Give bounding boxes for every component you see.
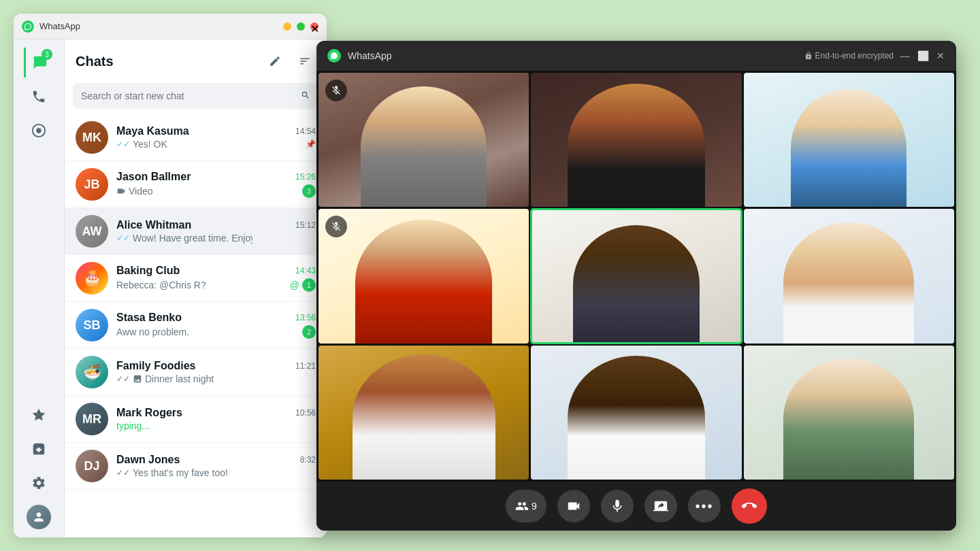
sidebar-item-chats[interactable]: 3 bbox=[24, 48, 54, 78]
search-input[interactable] bbox=[81, 90, 301, 101]
screen-share-button[interactable] bbox=[644, 490, 677, 522]
chat-info-jason: Jason Ballmer 15:26 Video 3 bbox=[116, 171, 316, 198]
chat-item-alice[interactable]: AW Alice Whitman 15:12 ✓✓ Wow! Have grea… bbox=[65, 208, 327, 255]
chat-info-alice: Alice Whitman 15:12 ✓✓ Wow! Have great t… bbox=[116, 219, 316, 244]
chat-preview-mark: typing... bbox=[116, 420, 150, 431]
chats-title: Chats bbox=[76, 54, 114, 69]
chat-info-mark: Mark Rogers 10:56 typing... bbox=[116, 407, 316, 431]
chat-list: MK Maya Kasuma 14:54 ✓✓ Yes! OK 📌 bbox=[65, 114, 327, 537]
call-maximize-btn[interactable]: ⬜ bbox=[918, 51, 928, 61]
app-body: 3 bbox=[14, 39, 327, 537]
chat-info-stasa: Stasa Benko 13:56 Aww no problem. 2 bbox=[116, 312, 316, 339]
sidebar-item-starred[interactable] bbox=[24, 400, 54, 430]
video-cell-6 bbox=[744, 209, 954, 343]
chat-name-maya: Maya Kasuma bbox=[116, 125, 189, 137]
chats-badge: 3 bbox=[42, 49, 52, 60]
call-app-logo bbox=[327, 49, 341, 63]
chat-item-dawn[interactable]: DJ Dawn Jones 8:32 ✓✓ Yes that's my fave… bbox=[65, 443, 327, 490]
chat-info-dawn: Dawn Jones 8:32 ✓✓ Yes that's my fave to… bbox=[116, 454, 316, 478]
avatar-stasa: SB bbox=[76, 309, 108, 341]
video-toggle-button[interactable] bbox=[557, 490, 590, 522]
chat-info-baking: Baking Club 14:43 Rebecca: @Chris R? @ 1 bbox=[116, 265, 316, 292]
call-app-title: WhatsApp bbox=[348, 50, 798, 61]
microphone-button[interactable] bbox=[601, 490, 634, 522]
chat-preview-dawn: ✓✓ Yes that's my fave too! bbox=[116, 467, 228, 478]
chat-preview-baking: Rebecca: @Chris R? bbox=[116, 280, 206, 290]
avatar-jason: JB bbox=[76, 168, 108, 201]
pin-icon-maya: 📌 bbox=[306, 139, 316, 149]
chat-name-jason: Jason Ballmer bbox=[116, 171, 191, 183]
chat-time-stasa: 13:56 bbox=[295, 313, 316, 322]
sidebar: 3 bbox=[14, 39, 65, 537]
chat-time-family: 11:21 bbox=[295, 361, 316, 371]
unread-badge-stasa: 2 bbox=[302, 325, 316, 339]
sidebar-item-calls[interactable] bbox=[24, 82, 54, 112]
video-cell-5 bbox=[531, 209, 741, 343]
user-avatar[interactable] bbox=[27, 505, 51, 529]
call-title-bar: WhatsApp End-to-end encrypted — ⬜ ✕ bbox=[316, 41, 956, 71]
chat-name-stasa: Stasa Benko bbox=[116, 312, 182, 324]
filter-button[interactable] bbox=[294, 50, 316, 72]
chat-name-dawn: Dawn Jones bbox=[116, 454, 180, 466]
minimize-btn[interactable]: — bbox=[283, 22, 291, 31]
app-title: WhatsApp bbox=[39, 21, 278, 31]
avatar-dawn: DJ bbox=[76, 450, 108, 482]
search-bar[interactable] bbox=[73, 83, 318, 109]
chat-item-family[interactable]: 🍜 Family Foodies 11:21 ✓✓ Dinner last ni… bbox=[65, 349, 327, 396]
chats-header: Chats bbox=[65, 39, 327, 78]
chat-time-maya: 14:54 bbox=[295, 127, 316, 136]
sidebar-item-archived[interactable] bbox=[24, 434, 54, 464]
more-options-button[interactable]: ••• bbox=[688, 490, 721, 522]
chat-name-alice: Alice Whitman bbox=[116, 219, 191, 231]
new-chat-button[interactable] bbox=[264, 50, 286, 72]
chat-item-stasa[interactable]: SB Stasa Benko 13:56 Aww no problem. 2 bbox=[65, 302, 327, 349]
chat-preview-family: ✓✓ Dinner last night bbox=[116, 373, 214, 384]
avatar-maya: MK bbox=[76, 121, 108, 154]
avatar-family: 🍜 bbox=[76, 356, 108, 388]
video-cell-8 bbox=[531, 346, 741, 480]
mute-icon-1 bbox=[325, 80, 347, 101]
chat-time-baking: 14:43 bbox=[295, 266, 316, 276]
sidebar-item-settings[interactable] bbox=[24, 468, 54, 498]
chat-item-jason[interactable]: JB Jason Ballmer 15:26 Video 3 bbox=[65, 161, 327, 208]
avatar-baking: 🎂 bbox=[76, 262, 108, 295]
avatar-mark: MR bbox=[76, 403, 108, 435]
video-cell-7 bbox=[318, 346, 529, 480]
chat-preview-jason: Video bbox=[116, 186, 153, 197]
video-call-window: WhatsApp End-to-end encrypted — ⬜ ✕ bbox=[316, 41, 956, 531]
call-controls-bar: 9 ••• bbox=[316, 482, 956, 531]
chat-info-maya: Maya Kasuma 14:54 ✓✓ Yes! OK 📌 bbox=[116, 125, 316, 150]
video-cell-3 bbox=[744, 73, 954, 207]
title-bar: WhatsApp — ✕ bbox=[14, 14, 327, 39]
window-controls: — ✕ bbox=[283, 22, 318, 31]
video-cell-1 bbox=[318, 73, 529, 207]
call-close-btn[interactable]: ✕ bbox=[936, 51, 945, 61]
call-window-controls: — ⬜ ✕ bbox=[900, 51, 945, 61]
app-logo bbox=[22, 20, 34, 33]
search-icon bbox=[301, 90, 310, 102]
chat-time-jason: 15:26 bbox=[295, 172, 316, 182]
end-call-button[interactable] bbox=[732, 488, 767, 524]
chat-item-mark[interactable]: MR Mark Rogers 10:56 typing... bbox=[65, 396, 327, 443]
chat-time-alice: 15:12 bbox=[295, 220, 316, 230]
chat-item-baking[interactable]: 🎂 Baking Club 14:43 Rebecca: @Chris R? @ bbox=[65, 255, 327, 302]
sidebar-item-status[interactable] bbox=[24, 116, 54, 146]
participants-count: 9 bbox=[532, 501, 537, 512]
chat-preview-stasa: Aww no problem. bbox=[116, 327, 189, 337]
avatar-alice: AW bbox=[76, 215, 108, 248]
close-btn[interactable]: ✕ bbox=[310, 22, 318, 31]
chat-time-dawn: 8:32 bbox=[300, 455, 316, 465]
chat-name-baking: Baking Club bbox=[116, 265, 180, 277]
chat-preview-alice: ✓✓ Wow! Have great time. Enjoy. bbox=[116, 233, 252, 244]
unread-badge-jason: 3 bbox=[302, 184, 316, 198]
chat-time-mark: 10:56 bbox=[295, 408, 316, 418]
maximize-btn[interactable] bbox=[297, 22, 305, 31]
call-minimize-btn[interactable]: — bbox=[900, 51, 910, 61]
chat-name-mark: Mark Rogers bbox=[116, 407, 182, 419]
chat-preview-maya: ✓✓ Yes! OK bbox=[116, 139, 167, 150]
chat-item-maya[interactable]: MK Maya Kasuma 14:54 ✓✓ Yes! OK 📌 bbox=[65, 114, 327, 161]
main-whatsapp-window: WhatsApp — ✕ 3 bbox=[14, 14, 327, 537]
video-cell-4 bbox=[318, 209, 529, 343]
participants-button[interactable]: 9 bbox=[506, 490, 546, 522]
video-cell-2 bbox=[531, 73, 741, 207]
